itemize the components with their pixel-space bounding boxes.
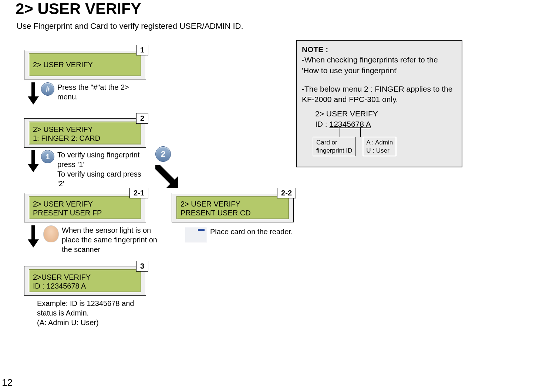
two-key-icon: 2 [155, 146, 171, 162]
callout-connector-line [340, 128, 340, 137]
lcd-step-3: 2>USER VERIFY ID : 12345678 A 3 [24, 266, 146, 296]
instruction-step-2-2: Place card on the reader. [185, 227, 318, 242]
lcd-text: 2> USER VERIFY [33, 60, 137, 69]
callout-left: Card or fingerprint ID [313, 137, 355, 156]
instruction-text: To verify using fingerprint press '1' To… [57, 150, 146, 188]
down-arrow-icon [28, 150, 38, 173]
note-id-prefix: ID : [315, 120, 330, 128]
step-badge-3: 3 [136, 261, 148, 272]
step-badge-2-1: 2-1 [129, 188, 148, 198]
lcd-text: 1: FINGER 2: CARD [33, 134, 137, 143]
svg-marker-0 [155, 165, 178, 188]
lcd-text: ID : 12345678 A [33, 282, 137, 290]
lcd-text: 2> USER VERIFY [181, 200, 285, 208]
step-badge-2: 2 [136, 113, 148, 124]
lcd-text: 2>USER VERIFY [33, 273, 137, 282]
step-badge-1: 1 [136, 45, 148, 55]
note-heading: NOTE : [302, 44, 456, 55]
page-subtitle: Use Fingerprint and Card to verify regis… [17, 21, 243, 31]
instruction-text: Press the "#"at the 2> menu. [57, 82, 139, 102]
instruction-step-2-1: When the sensor light is on place the sa… [28, 225, 168, 254]
lcd-text: PRESENT USER CD [181, 208, 285, 217]
step3-under-text: Example: ID is 12345678 and status is Ad… [37, 299, 155, 327]
instruction-step-2: 1 To verify using fingerprint press '1' … [28, 150, 146, 188]
note-id-title: 2> USER VERIFY [315, 109, 456, 119]
one-key-icon: 1 [41, 150, 54, 163]
note-box: NOTE : -When checking fingerprints refer… [296, 40, 462, 167]
down-arrow-icon [28, 82, 38, 105]
lcd-step-2-2: 2> USER VERIFY PRESENT USER CD 2-2 [172, 193, 294, 222]
instruction-text: When the sensor light is on place the sa… [62, 225, 158, 254]
note-id-value: 12345678 [330, 120, 364, 128]
instruction-step-1: # Press the "#"at the 2> menu. [28, 82, 168, 105]
lcd-step-2: 2> USER VERIFY 1: FINGER 2: CARD 2 [24, 118, 146, 148]
callout-connector-line [360, 127, 361, 137]
down-arrow-icon [28, 225, 38, 248]
lcd-text: 2> USER VERIFY [33, 200, 137, 208]
lcd-step-2-1: 2> USER VERIFY PRESENT USER FP 2-1 [24, 193, 146, 222]
note-id-suffix: A [364, 120, 371, 128]
page-title: 2> USER VERIFY [16, 0, 141, 18]
fingerprint-icon [43, 225, 59, 242]
lcd-step-1: 2> USER VERIFY 1 [24, 50, 146, 79]
page-number: 12 [2, 377, 13, 388]
diagonal-arrow-icon [152, 162, 182, 193]
callout-right: A : Admin U : User [363, 137, 396, 156]
hash-key-icon: # [41, 82, 54, 96]
card-icon [185, 227, 207, 242]
step-badge-2-2: 2-2 [277, 188, 296, 198]
lcd-text: 2> USER VERIFY [33, 125, 137, 134]
note-id-line: ID : 12345678 A [315, 119, 456, 129]
note-line: -The below menu 2 : FINGER applies to th… [302, 84, 456, 105]
lcd-text: PRESENT USER FP [33, 208, 137, 217]
note-id-block: 2> USER VERIFY ID : 12345678 A [315, 109, 456, 130]
instruction-text: Place card on the reader. [210, 227, 293, 236]
note-line: -When checking fingerprints refer to the… [302, 55, 456, 76]
